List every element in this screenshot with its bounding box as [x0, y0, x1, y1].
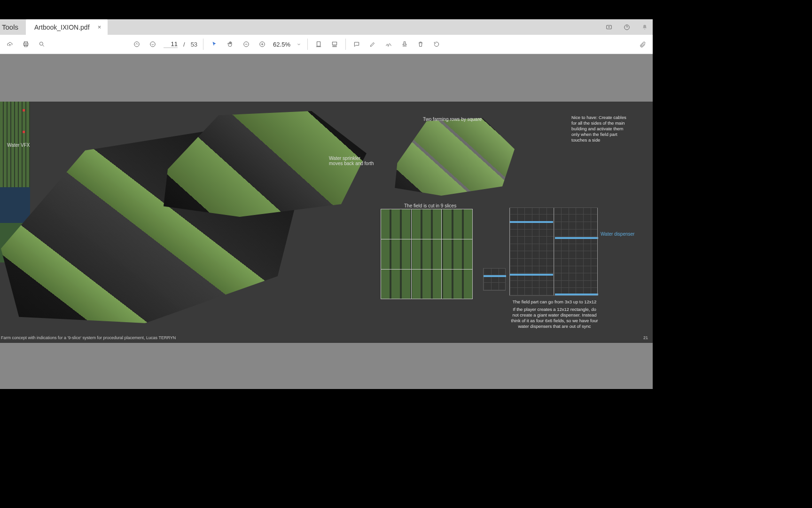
page-view-icon[interactable]	[329, 39, 340, 49]
panel-blue	[0, 187, 30, 223]
stamp-icon[interactable]	[399, 39, 410, 49]
page-up-icon[interactable]	[132, 39, 142, 49]
rotate-icon[interactable]	[431, 39, 442, 49]
label-water-vfx: Water VFX	[7, 143, 30, 148]
hand-icon[interactable]	[225, 39, 235, 49]
pointer-icon[interactable]	[209, 39, 219, 49]
pdf-viewer-window: Tools Artbook_IXION.pdf ×	[0, 19, 653, 389]
svg-rect-10	[317, 42, 320, 46]
page-total: 53	[191, 41, 197, 48]
grid-12x12	[509, 207, 598, 296]
fit-width-icon[interactable]	[313, 39, 324, 49]
note-range: The field part can go from 3x3 up to 12x…	[509, 299, 600, 305]
help-icon[interactable]	[622, 22, 632, 32]
svg-rect-4	[24, 45, 27, 47]
grid-3x3	[483, 268, 506, 291]
upload-cloud-icon[interactable]	[5, 39, 15, 49]
notifications-icon[interactable]	[640, 22, 650, 32]
zoom-out-icon[interactable]	[241, 39, 251, 49]
comment-icon[interactable]	[351, 39, 362, 49]
label-sprinkler: Water sprinkler moves back and forth	[329, 156, 374, 166]
svg-point-7	[150, 42, 156, 47]
attachment-icon[interactable]	[638, 40, 648, 50]
note-rectangle: If the player creates a 12x12 rectangle,…	[509, 307, 600, 329]
page-down-icon[interactable]	[148, 39, 158, 49]
sign-icon[interactable]	[383, 39, 394, 49]
close-tab-icon[interactable]: ×	[96, 24, 103, 31]
document-tab-label: Artbook_IXION.pdf	[34, 24, 90, 31]
svg-point-5	[39, 42, 43, 45]
print-icon[interactable]	[21, 39, 31, 49]
note-cables: Nice to have: Create cables for all the …	[571, 115, 631, 143]
chevron-down-icon[interactable]	[296, 39, 302, 49]
document-tab[interactable]: Artbook_IXION.pdf ×	[26, 19, 108, 35]
toolbar: / 53 62.5%	[0, 35, 653, 54]
page-number-input[interactable]	[164, 40, 178, 48]
label-two-rows: Two farming rows by square	[423, 117, 482, 122]
share-screen-icon[interactable]	[604, 22, 614, 32]
tools-tab[interactable]: Tools	[0, 19, 26, 35]
document-viewport[interactable]: Water VFX Water sprinkler moves back and…	[0, 54, 653, 389]
highlight-icon[interactable]	[367, 39, 378, 49]
label-nine-slices: The field is cut in 9 slices	[404, 203, 456, 208]
field-nine-slice	[381, 209, 473, 299]
pdf-page: Water VFX Water sprinkler moves back and…	[0, 102, 653, 343]
page-caption: Farm concept with indications for a '9-s…	[0, 335, 176, 340]
zoom-value[interactable]: 62.5%	[273, 41, 290, 48]
zoom-in-icon[interactable]	[257, 39, 267, 49]
tab-bar: Tools Artbook_IXION.pdf ×	[0, 19, 653, 35]
label-dispenser: Water dispenser	[601, 231, 634, 237]
svg-point-6	[134, 42, 140, 47]
svg-rect-11	[332, 42, 336, 45]
page-print-number: 21	[643, 335, 648, 340]
delete-icon[interactable]	[415, 39, 426, 49]
search-icon[interactable]	[37, 39, 47, 49]
page-sep: /	[183, 41, 185, 48]
farm-small-artwork	[392, 118, 515, 196]
